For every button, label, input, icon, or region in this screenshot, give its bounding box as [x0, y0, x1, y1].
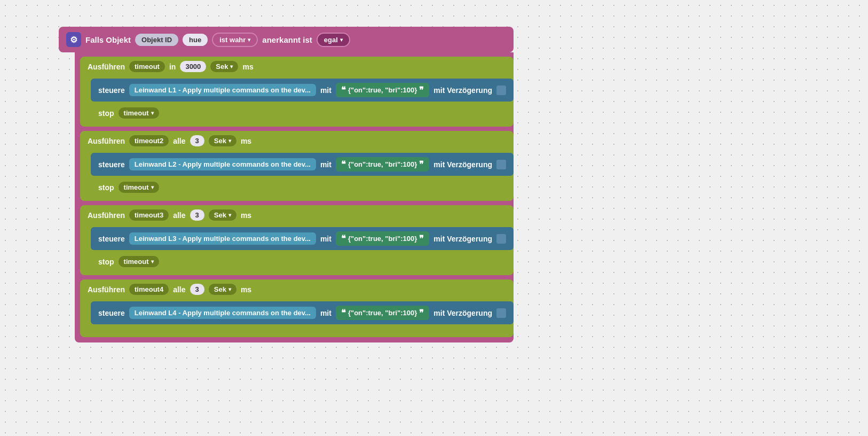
- ms-label-1: ms: [242, 63, 253, 71]
- command-1: ❝ {"on":true, "bri":100} ❞: [336, 83, 429, 97]
- ms-label-3: ms: [241, 211, 251, 220]
- steuere-label-2: steuere: [98, 160, 125, 169]
- close-quote-3: ❞: [419, 233, 424, 244]
- mit-label-2: mit: [320, 160, 332, 169]
- stop-label-1: stop: [98, 109, 114, 118]
- in-label-1: in: [169, 63, 176, 71]
- timer-name-1: timeout: [129, 61, 165, 72]
- number-1: 3000: [180, 61, 206, 72]
- command-3: ❝ {"on":true, "bri":100} ❞: [336, 231, 429, 246]
- anerkannt-ist-label: anerkannt ist: [262, 35, 312, 44]
- ausfuhren-body-3: steuere Leinwand L3 - Apply multiple com…: [80, 225, 514, 275]
- alle-label-3: alle: [173, 211, 185, 220]
- steuere-row-2: steuere Leinwand L2 - Apply multiple com…: [91, 153, 514, 176]
- timer-name-2: timeout2: [129, 135, 169, 146]
- ausfuhren-label-2: Ausführen: [88, 137, 125, 145]
- steuere-row-4: steuere Leinwand L4 - Apply multiple com…: [91, 301, 514, 324]
- command-value-2: {"on":true, "bri":100}: [348, 160, 417, 168]
- alle-label-4: alle: [173, 285, 185, 294]
- mit-verzoegerung-2: mit Verzögerung: [433, 160, 492, 169]
- ausfuhren-block-4: Ausführen timeout4 alle 3 Sek ▾ ms: [80, 279, 514, 299]
- open-quote-3: ❝: [341, 233, 346, 244]
- objekt-id-label: Objekt ID: [135, 34, 178, 46]
- command-value-4: {"on":true, "bri":100}: [348, 309, 417, 317]
- open-quote-4: ❝: [341, 308, 346, 318]
- objekt-id-value: hue: [183, 34, 208, 46]
- mit-label-1: mit: [320, 86, 332, 95]
- ausfuhren-label-4: Ausführen: [88, 285, 125, 294]
- steuere-label-4: steuere: [98, 309, 125, 317]
- mit-verzoegerung-3: mit Verzögerung: [433, 235, 492, 243]
- verzoegerung-checkbox-1[interactable]: [496, 85, 506, 95]
- steuere-label-1: steuere: [98, 86, 125, 95]
- ausfuhren-block-3: Ausführen timeout3 alle 3 Sek ▾ ms: [80, 205, 514, 225]
- mit-label-4: mit: [320, 309, 332, 317]
- sek-dropdown-2[interactable]: Sek ▾: [209, 135, 236, 146]
- open-quote-1: ❝: [341, 85, 346, 95]
- device-4: Leinwand L4 - Apply multiple commands on…: [129, 307, 316, 319]
- mit-verzoegerung-1: mit Verzögerung: [433, 86, 492, 95]
- stop-label-3: stop: [98, 258, 114, 266]
- verzoegerung-checkbox-3[interactable]: [496, 234, 506, 244]
- steuere-row-3: steuere Leinwand L3 - Apply multiple com…: [91, 227, 514, 250]
- command-value-3: {"on":true, "bri":100}: [348, 235, 417, 243]
- group-3: Ausführen timeout3 alle 3 Sek ▾ ms steue…: [80, 201, 514, 275]
- gear-icon[interactable]: ⚙: [66, 32, 81, 47]
- command-2: ❝ {"on":true, "bri":100} ❞: [336, 157, 429, 172]
- bottom-notch-4: [91, 326, 112, 333]
- steuere-row-1: steuere Leinwand L1 - Apply multiple com…: [91, 79, 514, 102]
- device-2: Leinwand L2 - Apply multiple commands on…: [129, 158, 316, 170]
- ausfuhren-label-3: Ausführen: [88, 211, 125, 220]
- stop-timeout-dropdown-2[interactable]: timeout ▾: [119, 182, 159, 193]
- ist-wahr-arrow: ▾: [248, 37, 250, 43]
- command-4: ❝ {"on":true, "bri":100} ❞: [336, 306, 429, 320]
- inner-content: Ausführen timeout in 3000 Sek ▾ ms steue…: [75, 52, 514, 342]
- close-quote-2: ❞: [419, 159, 424, 169]
- device-3: Leinwand L3 - Apply multiple commands on…: [129, 232, 316, 245]
- stop-timeout-dropdown-3[interactable]: timeout ▾: [119, 256, 159, 267]
- ausfuhren-body-1: steuere Leinwand L1 - Apply multiple com…: [80, 76, 514, 127]
- ausfuhren-body-4: steuere Leinwand L4 - Apply multiple com…: [80, 299, 514, 337]
- steuere-label-3: steuere: [98, 235, 125, 243]
- verzoegerung-checkbox-4[interactable]: [496, 308, 506, 318]
- stop-label-2: stop: [98, 183, 114, 192]
- stop-row-1: stop timeout ▾: [91, 104, 167, 122]
- device-1: Leinwand L1 - Apply multiple commands on…: [129, 84, 316, 96]
- mit-verzoegerung-4: mit Verzögerung: [433, 309, 492, 317]
- number-2: 3: [190, 135, 204, 146]
- open-quote-2: ❝: [341, 159, 346, 169]
- main-container: ⚙ Falls Objekt Objekt ID hue ist wahr ▾ …: [59, 27, 514, 342]
- ausfuhren-body-2: steuere Leinwand L2 - Apply multiple com…: [80, 151, 514, 201]
- sek-dropdown-4[interactable]: Sek ▾: [209, 284, 236, 295]
- stop-timeout-dropdown-1[interactable]: timeout ▾: [119, 107, 159, 119]
- number-4: 3: [190, 284, 204, 295]
- egal-dropdown[interactable]: egal ▾: [317, 33, 350, 47]
- timer-name-4: timeout4: [129, 284, 169, 295]
- stop-row-2: stop timeout ▾: [91, 178, 167, 197]
- falls-label: Falls Objekt: [85, 35, 131, 44]
- mit-label-3: mit: [320, 235, 332, 243]
- ausfuhren-block-2: Ausführen timeout2 alle 3 Sek ▾ ms: [80, 131, 514, 151]
- close-quote-4: ❞: [419, 308, 424, 318]
- ausfuhren-block-1: Ausführen timeout in 3000 Sek ▾ ms: [80, 57, 514, 76]
- number-3: 3: [190, 209, 204, 221]
- falls-block: ⚙ Falls Objekt Objekt ID hue ist wahr ▾ …: [59, 27, 514, 52]
- ms-label-2: ms: [241, 137, 251, 145]
- group-1: Ausführen timeout in 3000 Sek ▾ ms steue…: [80, 52, 514, 127]
- timer-name-3: timeout3: [129, 209, 169, 221]
- group-4: Ausführen timeout4 alle 3 Sek ▾ ms steue…: [80, 275, 514, 337]
- sek-dropdown-1[interactable]: Sek ▾: [210, 61, 238, 72]
- command-value-1: {"on":true, "bri":100}: [348, 86, 417, 94]
- egal-arrow: ▾: [340, 37, 343, 43]
- ms-label-4: ms: [241, 285, 251, 294]
- alle-label-2: alle: [173, 137, 185, 145]
- ausfuhren-label-1: Ausführen: [88, 63, 125, 71]
- sek-dropdown-3[interactable]: Sek ▾: [209, 209, 236, 221]
- stop-row-3: stop timeout ▾: [91, 252, 167, 271]
- group-2: Ausführen timeout2 alle 3 Sek ▾ ms steue…: [80, 127, 514, 201]
- close-quote-1: ❞: [419, 85, 424, 95]
- verzoegerung-checkbox-2[interactable]: [496, 160, 506, 169]
- ist-wahr-dropdown[interactable]: ist wahr ▾: [212, 33, 258, 47]
